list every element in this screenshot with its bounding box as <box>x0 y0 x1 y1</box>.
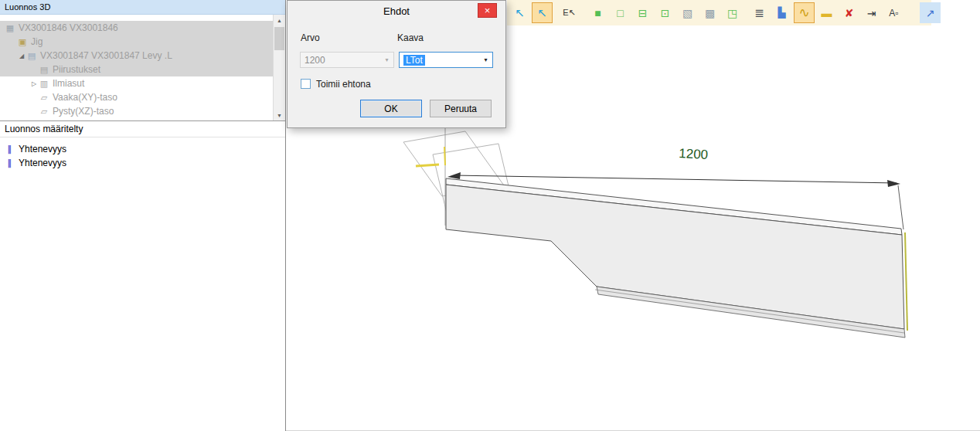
scroll-up-icon[interactable]: ▲ <box>274 15 285 26</box>
tree-item[interactable]: ▤Piirustukset <box>0 63 274 76</box>
cube-direction-button[interactable]: ◳ <box>722 2 743 23</box>
cancel-button[interactable]: Peruuta <box>430 100 492 117</box>
panel-titlebar: Luonnos 3D <box>0 0 285 15</box>
extrude-profile-button[interactable]: ▙ <box>771 2 792 23</box>
coincident-constraint-icon: ∥ <box>5 144 15 154</box>
jig-icon: ▣ <box>17 37 28 47</box>
constraint-label: Yhtenevyys <box>19 144 66 154</box>
plate-right-edge-highlight[interactable] <box>905 232 907 331</box>
toolbar: ↖↖E↖■□⊟⊡▧▩◳≣▙∿▬✘⇥A▫↗ <box>507 0 931 25</box>
plane-points-button[interactable]: ⊡ <box>655 2 675 23</box>
kaava-label: Kaava <box>397 32 424 43</box>
tree-expander-icon[interactable]: ▷ <box>29 80 39 87</box>
tree-item-label: Pysty(XZ)-taso <box>53 106 114 117</box>
tree-item[interactable]: ▦VX3001846 VX3001846 <box>0 21 274 35</box>
arvo-dropdown-icon: ▾ <box>380 56 393 63</box>
open-external-button[interactable]: ↗ <box>920 2 941 23</box>
sheetmetal-bend-button[interactable]: ∿ <box>794 2 815 23</box>
tree-item-label: Piirustukset <box>53 64 100 75</box>
toimii-ehtona-checkbox[interactable] <box>301 79 311 89</box>
dimension-extension-right <box>898 185 903 229</box>
annotation-text-button[interactable]: A▫ <box>883 2 904 23</box>
coincident-constraint-icon: ∥ <box>5 158 15 168</box>
drawings-icon: ▤ <box>39 65 49 75</box>
constraint-item[interactable]: ∥Yhtenevyys <box>0 142 285 156</box>
dimension-arrow-left <box>447 172 461 179</box>
select-entities-icon: ↖ <box>515 7 525 19</box>
checkbox-label[interactable]: Toimii ehtona <box>316 79 371 90</box>
tree-expander-icon[interactable]: ◢ <box>17 53 26 59</box>
select-entities-button[interactable]: ↖ <box>509 2 530 23</box>
part-icon: ▤ <box>26 51 37 61</box>
conditions-dialog: Ehdot × Arvo Kaava 1200 ▾ LTot ▾ Toimii … <box>287 0 506 128</box>
tree-item[interactable]: ▷▥Ilmiasut <box>0 76 274 90</box>
plane-outline-icon: □ <box>617 8 623 19</box>
select-sketch-icon: ↖ <box>537 7 547 19</box>
cube-wireframe-icon: ▧ <box>682 8 692 19</box>
close-button[interactable]: × <box>478 3 497 18</box>
open-external-icon: ↗ <box>926 8 935 19</box>
scroll-thumb[interactable] <box>274 27 284 50</box>
appearances-icon: ▥ <box>39 79 49 89</box>
toolbar-icons: ↖↖E↖■□⊟⊡▧▩◳≣▙∿▬✘⇥A▫↗ <box>509 2 942 23</box>
plane-filled-icon: ■ <box>594 8 601 19</box>
ok-button-label: OK <box>384 104 397 114</box>
tree-item[interactable]: ◢▤VX3001847 VX3001847 Levy .L <box>0 49 274 63</box>
cancel-button-label: Peruuta <box>444 104 477 114</box>
arvo-label: Arvo <box>301 32 320 43</box>
panel-title: Luonnos 3D <box>5 2 50 12</box>
kaava-dropdown-icon[interactable]: ▾ <box>479 56 492 63</box>
tree-rows: ▦VX3001846 VX3001846▣Jig◢▤VX3001847 VX30… <box>0 21 274 118</box>
import-model-icon: ⇥ <box>867 8 876 19</box>
annotation-text-icon: A▫ <box>889 8 898 18</box>
sheetmetal-bend-icon: ∿ <box>798 6 809 19</box>
import-model-button[interactable]: ⇥ <box>861 2 882 23</box>
cube-direction-icon: ◳ <box>727 8 737 19</box>
delete-face-icon: ✘ <box>845 8 854 19</box>
feature-list-button[interactable]: ≣ <box>749 2 770 23</box>
plane-offset-icon: ⊟ <box>638 8 648 19</box>
sheetmetal-flat-icon: ▬ <box>822 8 832 19</box>
arvo-combobox: 1200 ▾ <box>300 52 394 68</box>
plane-xy-icon: ▱ <box>39 93 49 103</box>
sheetmetal-flat-button[interactable]: ▬ <box>816 2 837 23</box>
assembly-icon: ▦ <box>5 23 15 33</box>
section-title: Luonnos määritelty <box>5 124 83 134</box>
plane-points-icon: ⊡ <box>661 8 670 19</box>
close-icon: × <box>485 5 491 15</box>
highlighted-sketch-lines[interactable] <box>416 147 445 166</box>
plane-outline-button[interactable]: □ <box>610 2 631 23</box>
dimension-label[interactable]: 1200 <box>679 146 709 162</box>
tree-item-label: VX3001846 VX3001846 <box>19 22 118 33</box>
ok-button[interactable]: OK <box>360 100 422 117</box>
kaava-value-wrap: LTot <box>400 55 479 66</box>
cube-shaded-icon: ▩ <box>705 8 715 19</box>
tree-item-label: Vaaka(XY)-taso <box>53 92 117 103</box>
cube-shaded-button[interactable]: ▩ <box>699 2 720 23</box>
select-sketch-button[interactable]: ↖ <box>532 2 553 23</box>
constraint-list: ∥Yhtenevyys∥Yhtenevyys <box>0 137 285 170</box>
feature-list-icon: ≣ <box>754 7 764 19</box>
delete-face-button[interactable]: ✘ <box>839 2 859 23</box>
cube-wireframe-button[interactable]: ▧ <box>677 2 698 23</box>
left-panel: Luonnos 3D ▦VX3001846 VX3001846▣Jig◢▤VX3… <box>0 0 286 431</box>
dialog-titlebar[interactable]: Ehdot × <box>288 1 505 22</box>
dialog-title: Ehdot <box>383 5 410 17</box>
extrude-profile-icon: ▙ <box>778 8 786 18</box>
constraint-label: Yhtenevyys <box>19 158 66 168</box>
tree-item[interactable]: ▱Pysty(XZ)-taso <box>0 104 274 118</box>
pick-element-icon: E↖ <box>563 8 576 17</box>
plane-offset-button[interactable]: ⊟ <box>632 2 653 23</box>
kaava-value[interactable]: LTot <box>403 55 425 66</box>
pick-element-button[interactable]: E↖ <box>559 2 580 23</box>
model-plate[interactable] <box>446 178 907 338</box>
tree-item-label: Jig <box>31 36 43 47</box>
tree-scrollbar[interactable]: ▲ ▼ <box>273 15 285 121</box>
plane-filled-button[interactable]: ■ <box>587 2 608 23</box>
scroll-down-icon[interactable]: ▼ <box>274 110 285 121</box>
tree-item[interactable]: ▣Jig <box>0 35 274 49</box>
model-tree[interactable]: ▦VX3001846 VX3001846▣Jig◢▤VX3001847 VX30… <box>0 15 285 121</box>
tree-item[interactable]: ▱Vaaka(XY)-taso <box>0 90 274 104</box>
kaava-combobox[interactable]: LTot ▾ <box>399 52 493 68</box>
constraint-item[interactable]: ∥Yhtenevyys <box>0 156 285 170</box>
